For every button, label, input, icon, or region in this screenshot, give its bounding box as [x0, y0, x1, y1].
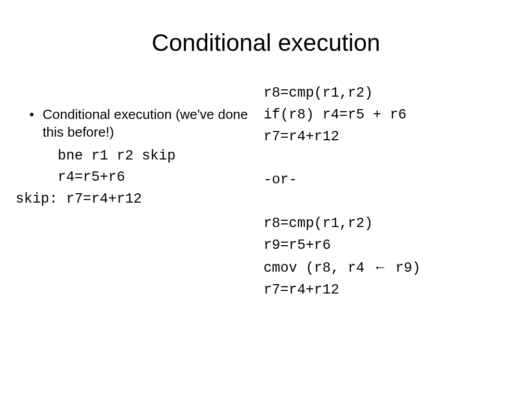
code-line: skip: r7=r4+r12 — [16, 191, 142, 207]
bullet-text: Conditional execution (we've done this b… — [43, 106, 263, 141]
code-line: r9=r5+r6 — [263, 237, 331, 253]
left-arrow-icon: ← — [373, 259, 387, 275]
code-line: r8=cmp(r1,r2) — [263, 216, 373, 231]
code-line: bne r1 r2 skip — [16, 148, 176, 164]
code-right-block: r8=cmp(r1,r2) if(r8) r4=r5 + r6 r7=r4+r1… — [263, 83, 516, 301]
slide-content: • Conditional execution (we've done this… — [0, 67, 532, 301]
code-line: r8=cmp(r1,r2) — [263, 85, 373, 101]
or-label: -or- — [263, 172, 297, 188]
bullet-dot-icon: • — [16, 106, 43, 124]
code-left-block: bne r1 r2 skip r4=r5+r6 skip: r7=r4+r12 — [16, 145, 263, 211]
code-line: if(r8) r4=r5 + r6 — [263, 107, 406, 123]
bullet-item: • Conditional execution (we've done this… — [16, 106, 263, 141]
code-line: r4=r5+r6 — [16, 169, 125, 185]
left-column: • Conditional execution (we've done this… — [16, 67, 263, 301]
slide-title: Conditional execution — [0, 0, 532, 67]
code-line: r7=r4+r12 — [263, 129, 339, 144]
slide: Conditional execution • Conditional exec… — [0, 0, 532, 399]
right-column: r8=cmp(r1,r2) if(r8) r4=r5 + r6 r7=r4+r1… — [263, 67, 516, 301]
code-line: r7=r4+r12 — [263, 282, 339, 298]
code-line: cmov (r8, r4 ← r9) — [263, 260, 420, 276]
